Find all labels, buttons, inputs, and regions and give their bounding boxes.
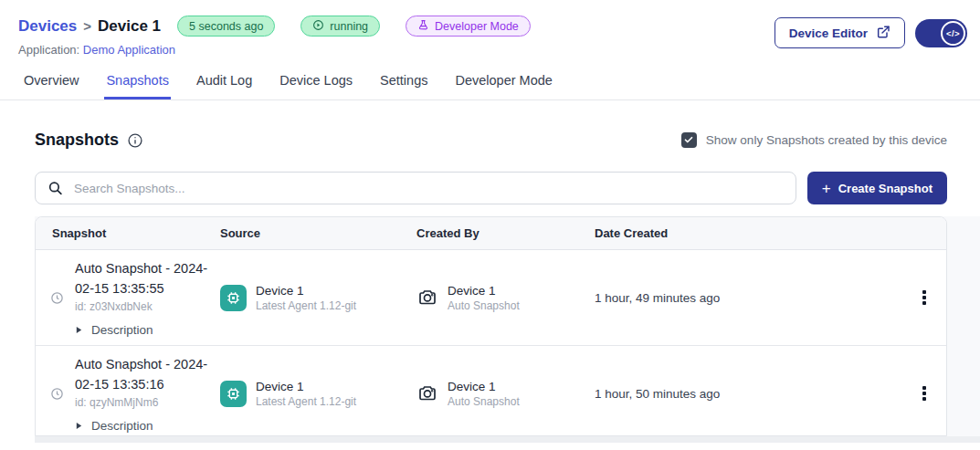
snapshots-table: Snapshot Source Created By Date Created … [35, 216, 947, 436]
info-icon[interactable] [127, 132, 143, 149]
code-icon: </> [941, 21, 965, 46]
snapshot-id: id: qzyNmMjNm6 [75, 396, 214, 409]
search-input[interactable] [35, 172, 796, 204]
triangle-right-icon [75, 323, 83, 337]
create-snapshot-button[interactable]: + Create Snapshot [807, 172, 947, 204]
source-info: Device 1 Latest Agent 1.12-git [256, 284, 356, 312]
created-by-name: Device 1 [448, 284, 520, 298]
source-device-name: Device 1 [256, 284, 356, 298]
clock-icon [50, 387, 64, 434]
application-link[interactable]: Demo Application [83, 43, 175, 57]
page-title: Snapshots [35, 131, 119, 150]
created-by-info: Device 1 Auto Snapshot [448, 284, 520, 312]
description-toggle[interactable]: Description [75, 419, 214, 433]
tab-developer-mode[interactable]: Developer Mode [453, 66, 553, 99]
snapshot-cell: Auto Snapshot - 2024-02-15 13:35:16 id: … [36, 354, 220, 434]
search-row: + Create Snapshot [35, 172, 947, 204]
date-created-cell: 1 hour, 49 minutes ago [595, 289, 902, 306]
last-seen-badge-label: 5 seconds ago [189, 20, 263, 33]
cpu-chip-icon [220, 381, 247, 407]
camera-icon [416, 382, 438, 404]
tab-settings[interactable]: Settings [378, 66, 429, 99]
camera-icon [416, 287, 438, 309]
snapshots-table-wrapper: Snapshot Source Created By Date Created … [35, 216, 980, 443]
horizontal-scrollbar[interactable] [35, 436, 980, 443]
tab-bar: Overview Snapshots Audit Log Device Logs… [0, 66, 980, 100]
source-cell: Device 1 Latest Agent 1.12-git [220, 284, 416, 312]
column-header-date-created: Date Created [595, 226, 902, 240]
created-by-name: Device 1 [448, 380, 520, 393]
header-left: Devices > Device 1 5 seconds ago running [18, 16, 531, 57]
cpu-chip-icon [220, 285, 247, 311]
snapshot-info: Auto Snapshot - 2024-02-15 13:35:16 id: … [75, 354, 214, 434]
developer-mode-badge-label: Developer Mode [435, 20, 519, 33]
developer-mode-badge: Developer Mode [406, 16, 531, 37]
device-editor-button[interactable]: Device Editor [775, 17, 905, 48]
last-seen-badge: 5 seconds ago [177, 16, 275, 37]
filter-label: Show only Snapshots created by this devi… [706, 133, 947, 147]
date-created-value: 1 hour, 49 minutes ago [595, 291, 720, 305]
triangle-right-icon [75, 419, 83, 433]
column-header-created-by: Created By [416, 226, 595, 240]
created-by-cell: Device 1 Auto Snapshot [416, 284, 595, 312]
snapshots-section-head: Snapshots Show only Snapshots created by… [35, 131, 947, 150]
flask-icon [417, 19, 429, 34]
breadcrumb-current-device: Device 1 [98, 17, 161, 36]
plus-icon: + [822, 181, 831, 196]
external-link-icon [876, 25, 890, 42]
kebab-menu-icon[interactable] [917, 381, 932, 406]
clock-icon [50, 291, 64, 338]
created-by-type: Auto Snapshot [448, 395, 520, 408]
source-cell: Device 1 Latest Agent 1.12-git [220, 380, 416, 408]
description-toggle-label: Description [91, 323, 153, 337]
tab-audit-log[interactable]: Audit Log [195, 66, 254, 99]
snapshot-title: Auto Snapshot - 2024-02-15 13:35:55 [75, 258, 214, 299]
table-header-row: Snapshot Source Created By Date Created [36, 217, 946, 250]
source-info: Device 1 Latest Agent 1.12-git [256, 380, 356, 408]
section-title: Snapshots [35, 131, 143, 150]
date-created-value: 1 hour, 50 minutes ago [595, 387, 720, 401]
device-detail-page: Devices > Device 1 5 seconds ago running [0, 0, 980, 450]
application-label: Application: [18, 43, 79, 57]
check-icon [683, 132, 694, 149]
description-toggle[interactable]: Description [75, 323, 214, 337]
snapshot-cell: Auto Snapshot - 2024-02-15 13:35:55 id: … [36, 258, 220, 338]
created-by-type: Auto Snapshot [448, 299, 520, 312]
filter-checkbox[interactable] [681, 132, 697, 148]
developer-mode-toggle[interactable]: </> [915, 19, 967, 47]
date-created-cell: 1 hour, 50 minutes ago [595, 385, 902, 402]
column-header-source: Source [220, 226, 416, 240]
source-agent-version: Latest Agent 1.12-git [256, 299, 356, 312]
actions-cell [902, 285, 946, 310]
column-header-snapshot: Snapshot [36, 226, 220, 240]
device-editor-label: Device Editor [789, 26, 868, 40]
play-circle-icon [312, 19, 324, 34]
source-device-name: Device 1 [256, 380, 356, 393]
status-badges: 5 seconds ago running Developer Mode [177, 16, 531, 37]
running-status-label: running [330, 20, 368, 33]
breadcrumb-separator: > [83, 18, 91, 34]
tab-snapshots[interactable]: Snapshots [104, 66, 171, 99]
application-row: Application: Demo Application [18, 43, 531, 57]
description-toggle-label: Description [91, 419, 153, 433]
table-row: Auto Snapshot - 2024-02-15 13:35:55 id: … [36, 250, 946, 346]
snapshot-id: id: z03NxdbNek [75, 300, 214, 313]
kebab-menu-icon[interactable] [917, 285, 932, 310]
actions-cell [902, 381, 946, 406]
create-snapshot-label: Create Snapshot [838, 182, 933, 195]
header-actions: Device Editor </> [775, 16, 967, 48]
created-by-cell: Device 1 Auto Snapshot [416, 380, 595, 408]
running-status-badge: running [300, 16, 380, 37]
tab-overview[interactable]: Overview [22, 66, 80, 99]
breadcrumb-devices-link[interactable]: Devices [18, 17, 77, 36]
search-box [35, 172, 796, 204]
snapshot-info: Auto Snapshot - 2024-02-15 13:35:55 id: … [75, 258, 214, 338]
source-agent-version: Latest Agent 1.12-git [256, 395, 356, 408]
snapshot-title: Auto Snapshot - 2024-02-15 13:35:16 [75, 354, 214, 395]
table-row: Auto Snapshot - 2024-02-15 13:35:16 id: … [36, 346, 946, 436]
created-by-info: Device 1 Auto Snapshot [448, 380, 520, 408]
tab-device-logs[interactable]: Device Logs [278, 66, 354, 99]
filter-device-snapshots[interactable]: Show only Snapshots created by this devi… [681, 132, 947, 148]
page-header: Devices > Device 1 5 seconds ago running [0, 0, 980, 57]
breadcrumb: Devices > Device 1 5 seconds ago running [18, 16, 531, 37]
